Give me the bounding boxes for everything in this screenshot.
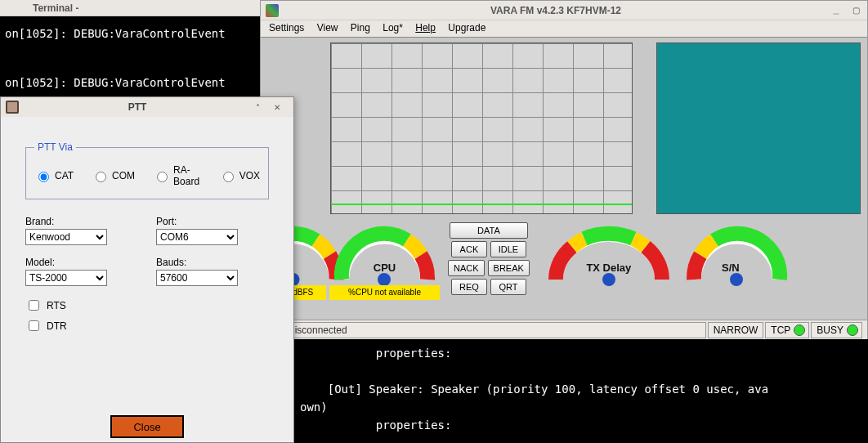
waterfall-display	[330, 43, 633, 214]
cpu-gauge-footer: %CPU not available	[329, 285, 440, 300]
menu-view[interactable]: View	[317, 22, 338, 34]
radio-vox[interactable]: VOX	[219, 164, 260, 187]
data-button[interactable]: DATA	[450, 222, 528, 239]
ptt-via-legend: PTT Via	[34, 141, 76, 153]
status-tcp: TCP	[765, 322, 809, 338]
break-button[interactable]: BREAK	[488, 260, 530, 276]
control-button-stack: DATA ACK IDLE NACK BREAK REQ QRT	[448, 222, 530, 295]
dtr-label: DTR	[47, 320, 67, 332]
model-field: Model: TS-2000	[25, 257, 107, 286]
menu-upgrade[interactable]: Upgrade	[448, 22, 485, 34]
model-label: Model:	[25, 257, 107, 268]
rts-label: RTS	[47, 300, 66, 311]
brand-label: Brand:	[25, 216, 107, 227]
port-label: Port:	[156, 216, 238, 227]
qrt-button[interactable]: QRT	[490, 279, 526, 295]
status-busy-label: BUSY	[817, 324, 843, 336]
bauds-label: Bauds:	[156, 257, 238, 268]
svg-point-3	[730, 273, 743, 286]
menu-ping[interactable]: Ping	[351, 22, 370, 34]
vara-titlebar[interactable]: VARA FM v4.2.3 KF7HVM-12 ＿ ▢	[261, 1, 867, 20]
radio-vox-input[interactable]	[223, 172, 234, 182]
vara-app-icon	[266, 4, 279, 17]
waterfall-baseline	[331, 204, 632, 205]
field-row-2: Model: TS-2000 Bauds: 57600	[25, 257, 269, 286]
svg-point-1	[378, 273, 391, 286]
vara-body: VU idio Input: -65 dBFS CPU %CPU not ava…	[261, 37, 867, 339]
bauds-field: Bauds: 57600	[156, 257, 238, 286]
ptt-app-icon	[6, 101, 19, 114]
idle-button[interactable]: IDLE	[490, 241, 526, 257]
tcp-led-icon	[794, 324, 805, 336]
sn-gauge-label: S/N	[682, 262, 780, 274]
radio-cat[interactable]: CAT	[34, 164, 74, 187]
ptt-titlebar[interactable]: PTT ˄ ✕	[1, 97, 293, 117]
dtr-row[interactable]: DTR	[25, 318, 269, 333]
brand-field: Brand: Kenwood	[25, 216, 107, 245]
menu-log[interactable]: Log*	[383, 22, 403, 34]
radio-com-label: COM	[112, 170, 135, 181]
bauds-select[interactable]: 57600	[156, 270, 238, 286]
rts-row[interactable]: RTS	[25, 298, 269, 313]
model-select[interactable]: TS-2000	[25, 270, 107, 286]
terminal-output-top: on[1052]: DEBUG:VaraControlEvent on[1052…	[0, 16, 262, 98]
terminal-titlebar: Terminal -	[0, 0, 262, 16]
cpu-gauge: CPU %CPU not available	[329, 222, 440, 300]
vara-title: VARA FM v4.2.3 KF7HVM-12	[284, 5, 828, 16]
txdelay-gauge-label: TX Delay	[539, 262, 678, 274]
gauges-row: VU idio Input: -65 dBFS CPU %CPU not ava…	[261, 222, 867, 314]
status-busy: BUSY	[811, 322, 862, 338]
menu-help[interactable]: Help	[415, 22, 436, 34]
radio-com[interactable]: COM	[92, 164, 135, 187]
nack-button[interactable]: NACK	[448, 260, 485, 276]
collapse-icon[interactable]: ˄	[249, 101, 266, 114]
cpu-gauge-label: CPU	[329, 262, 440, 274]
sn-gauge: S/N	[682, 222, 780, 300]
radio-ra-input[interactable]	[157, 172, 168, 182]
radio-com-input[interactable]	[96, 172, 106, 182]
ptt-body: PTT Via CAT COM RA-Board VOX Brand: Kenw…	[1, 117, 293, 443]
rts-checkbox[interactable]	[29, 300, 39, 311]
ptt-radio-row: CAT COM RA-Board VOX	[34, 164, 260, 187]
svg-point-2	[602, 273, 615, 286]
status-connection: Disconnected	[282, 322, 706, 338]
txdelay-gauge: TX Delay	[539, 222, 678, 300]
radio-ra[interactable]: RA-Board	[153, 164, 201, 187]
status-narrow: NARROW	[708, 322, 764, 338]
ptt-title: PTT	[25, 101, 249, 113]
radio-vox-label: VOX	[239, 170, 260, 181]
port-field: Port: COM6	[156, 216, 238, 245]
vara-menubar: Settings View Ping Log* Help Upgrade	[261, 20, 867, 37]
radio-cat-label: CAT	[55, 170, 74, 181]
brand-select[interactable]: Kenwood	[25, 229, 107, 245]
radio-cat-input[interactable]	[38, 172, 49, 182]
scope-display	[656, 43, 861, 214]
terminal-output-bottom: properties: [Out] Speaker: Speaker (prio…	[292, 339, 868, 443]
dtr-checkbox[interactable]	[29, 320, 39, 331]
maximize-icon[interactable]: ▢	[848, 4, 864, 17]
status-tcp-label: TCP	[771, 324, 790, 336]
ptt-via-group: PTT Via CAT COM RA-Board VOX	[25, 141, 269, 199]
menu-settings[interactable]: Settings	[269, 22, 304, 34]
port-select[interactable]: COM6	[156, 229, 238, 245]
close-button[interactable]: Close	[110, 415, 184, 438]
busy-led-icon	[847, 324, 858, 336]
ptt-window: PTT ˄ ✕ PTT Via CAT COM RA-Board VOX Bra…	[0, 96, 294, 443]
waterfall-grid	[331, 43, 632, 213]
minimize-icon[interactable]: ＿	[828, 4, 844, 17]
field-row-1: Brand: Kenwood Port: COM6	[25, 216, 269, 245]
vara-window: VARA FM v4.2.3 KF7HVM-12 ＿ ▢ Settings Vi…	[260, 0, 868, 339]
radio-ra-label: RA-Board	[173, 164, 201, 187]
req-button[interactable]: REQ	[451, 279, 487, 295]
vara-statusbar: X Disconnected NARROW TCP BUSY	[261, 320, 867, 339]
close-icon[interactable]: ✕	[269, 101, 285, 114]
ack-button[interactable]: ACK	[451, 241, 487, 257]
